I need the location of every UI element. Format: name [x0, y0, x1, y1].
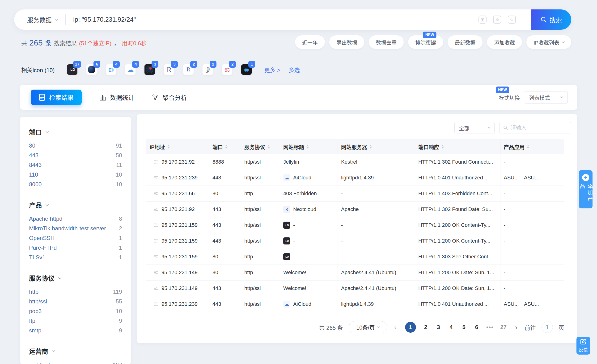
- table-search-input[interactable]: [511, 125, 567, 131]
- facet-section-title[interactable]: 服务协议: [29, 273, 122, 283]
- facet-item-name[interactable]: 110: [29, 171, 38, 178]
- related-icon-item[interactable]: R 2: [183, 64, 194, 75]
- table-header-cell[interactable]: 网站服务器: [338, 139, 415, 154]
- table-row[interactable]: 95.170.231.239 443 http/ssl AiCloud ligh…: [146, 170, 564, 186]
- facet-item-name[interactable]: OpenSSH: [29, 235, 55, 241]
- ip-address[interactable]: 95.170.231.149: [161, 285, 197, 291]
- next-page-button[interactable]: ›: [514, 323, 519, 331]
- page-button[interactable]: 1: [405, 322, 416, 333]
- facet-item-name[interactable]: TLSv1: [29, 254, 45, 261]
- api-frame-icon[interactable]: ⊞: [479, 15, 487, 23]
- add-product-button[interactable]: + 添加产品: [579, 170, 592, 208]
- action-button[interactable]: 近一年: [295, 35, 325, 49]
- ip-detail-icon[interactable]: [153, 254, 159, 259]
- ip-detail-icon[interactable]: [153, 302, 159, 307]
- facet-item[interactable]: MikroTik bandwidth-test server 2: [29, 223, 122, 233]
- ip-address[interactable]: 95.170.231.159: [161, 254, 197, 260]
- action-button[interactable]: 数据去重: [369, 35, 404, 49]
- facet-item-name[interactable]: Apache httpd: [29, 215, 62, 222]
- facet-item-name[interactable]: 80: [29, 142, 35, 149]
- related-icon-item[interactable]: ◉ 1: [241, 64, 252, 75]
- table-header-cell[interactable]: 网站标题: [280, 139, 338, 154]
- table-header-cell[interactable]: 服务协议: [241, 139, 280, 154]
- ip-address[interactable]: 95.170.231.239: [161, 301, 197, 307]
- action-button[interactable]: 添加收藏: [487, 35, 522, 49]
- facet-item-name[interactable]: ftp: [29, 318, 35, 324]
- ip-cell[interactable]: 95.170.231.149: [146, 281, 209, 296]
- facet-item-name[interactable]: MikroTik bandwidth-test server: [29, 225, 106, 232]
- ip-detail-icon[interactable]: [153, 175, 159, 180]
- ip-address[interactable]: 95.170.231.159: [161, 222, 197, 228]
- ip-cell[interactable]: 95.170.231.159: [146, 233, 209, 249]
- facet-item[interactable]: rupkki.sk 167: [29, 360, 122, 364]
- table-header-cell[interactable]: 端口响应: [415, 139, 500, 154]
- tab-search-results[interactable]: 检索结果: [31, 90, 82, 105]
- table-header-cell[interactable]: IP地址: [146, 139, 209, 154]
- search-button[interactable]: 搜索: [531, 9, 571, 30]
- ip-detail-icon[interactable]: [153, 238, 159, 243]
- chat-frame-icon[interactable]: ☺: [493, 15, 501, 23]
- facet-item-name[interactable]: http: [29, 288, 39, 295]
- ip-detail-icon[interactable]: [153, 191, 159, 196]
- sort-icon[interactable]: [369, 145, 372, 149]
- facet-item[interactable]: 8000 10: [29, 179, 122, 189]
- related-icon-item[interactable]: 3: [144, 64, 155, 75]
- tab-aggregate-analysis[interactable]: 聚合分析: [152, 93, 187, 102]
- facet-item-name[interactable]: smtp: [29, 327, 41, 334]
- ip-detail-icon[interactable]: [153, 286, 159, 291]
- action-button[interactable]: NEW 排除蜜罐: [408, 35, 443, 49]
- related-icon-item[interactable]: 6: [86, 64, 97, 75]
- facet-item[interactable]: http/ssl 55: [29, 296, 122, 306]
- facet-item[interactable]: smtp 9: [29, 326, 122, 335]
- ip-cell[interactable]: 95.170.231.149: [146, 265, 209, 280]
- related-icon-item[interactable]: ⚖ 2: [222, 64, 233, 75]
- search-input[interactable]: [73, 16, 479, 23]
- table-row[interactable]: 95.170.231.66 80 http 403 Forbidden - HT…: [146, 186, 564, 202]
- ip-detail-icon[interactable]: [153, 207, 159, 212]
- table-header-cell[interactable]: 端口: [209, 139, 241, 154]
- related-icon-item[interactable]: iLO 17: [67, 64, 78, 75]
- action-button[interactable]: 最新数据: [448, 35, 482, 49]
- column-filter-select[interactable]: 全部: [455, 122, 495, 133]
- ip-address[interactable]: 95.170.231.149: [161, 269, 197, 276]
- facet-item-name[interactable]: 8443: [29, 162, 41, 168]
- facet-section-title[interactable]: 运营商: [29, 347, 122, 356]
- sort-icon[interactable]: [441, 145, 444, 149]
- facet-item[interactable]: pop3 10: [29, 306, 122, 316]
- facet-section-title[interactable]: 产品: [29, 200, 122, 210]
- facet-item[interactable]: Apache httpd 8: [29, 214, 122, 223]
- ip-cell[interactable]: 95.170.231.92: [146, 154, 209, 170]
- facet-item[interactable]: 80 91: [29, 141, 122, 150]
- page-button[interactable]: 5: [461, 324, 467, 331]
- sort-icon[interactable]: [225, 145, 228, 149]
- facet-item[interactable]: OpenSSH 1: [29, 233, 122, 243]
- facet-item-name[interactable]: Pure-FTPd: [29, 244, 57, 251]
- search-category-select[interactable]: 服务数据: [27, 15, 58, 24]
- facet-item-name[interactable]: http/ssl: [29, 298, 47, 305]
- ip-address[interactable]: 95.170.231.239: [161, 175, 197, 181]
- multi-select-link[interactable]: 多选: [289, 66, 300, 74]
- related-icon-item[interactable]: R 3: [164, 64, 174, 75]
- table-row[interactable]: 95.170.231.92 443 http/ssl Nextcloud Apa…: [146, 202, 564, 217]
- facet-item[interactable]: ftp 9: [29, 316, 122, 326]
- sort-icon[interactable]: [267, 145, 270, 149]
- table-row[interactable]: 95.170.231.149 80 http Welcome! Apache/2…: [146, 265, 564, 281]
- facet-item[interactable]: TLSv1 1: [29, 252, 122, 262]
- facet-item[interactable]: Pure-FTPd 1: [29, 243, 122, 252]
- ip-detail-icon[interactable]: [153, 223, 159, 228]
- per-page-select[interactable]: 10条/页: [349, 321, 387, 333]
- related-icon-item[interactable]: )) 2: [202, 64, 213, 75]
- more-link[interactable]: 更多 >: [264, 66, 280, 74]
- table-row[interactable]: 95.170.231.92 8888 http/ssl Jellyfin Kes…: [146, 154, 564, 170]
- ip-cell[interactable]: 95.170.231.159: [146, 249, 209, 265]
- facet-section-title[interactable]: 端口: [29, 127, 122, 136]
- prev-page-button[interactable]: ‹: [393, 323, 398, 331]
- ip-cell[interactable]: 95.170.231.239: [146, 170, 209, 186]
- action-button[interactable]: 导出数据: [329, 35, 364, 49]
- sort-icon[interactable]: [306, 145, 309, 149]
- related-icon-item[interactable]: ☁ 4: [125, 64, 136, 75]
- ip-address[interactable]: 95.170.231.92: [161, 159, 195, 165]
- star-frame-icon[interactable]: ☆: [508, 15, 516, 23]
- table-header-cell[interactable]: 产品应用: [500, 139, 564, 154]
- facet-item[interactable]: 8443 11: [29, 160, 122, 170]
